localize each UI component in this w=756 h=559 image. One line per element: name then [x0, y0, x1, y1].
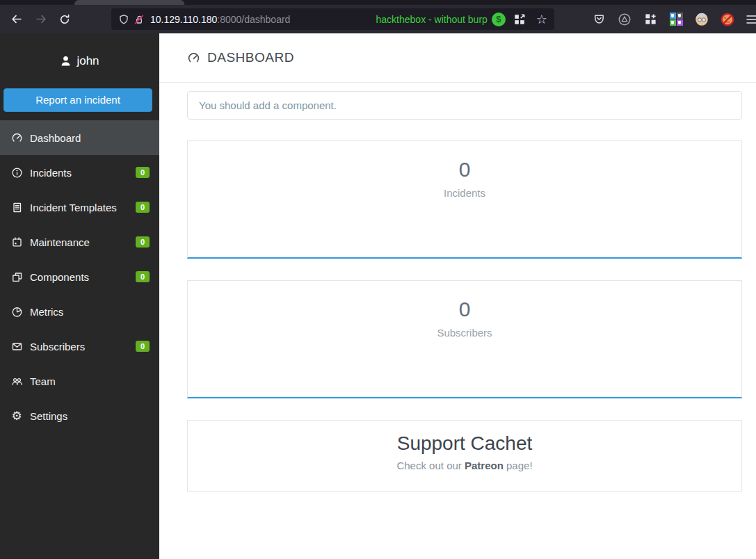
sidebar-item-label: Subscribers: [30, 341, 85, 353]
pocket-glyph-icon: [593, 13, 606, 26]
file-lines-icon: [10, 202, 24, 213]
incidents-stat-box: 0 Incidents: [187, 140, 742, 259]
subscribers-stat-label: Subscribers: [188, 327, 741, 339]
hamburger-icon: [746, 15, 756, 24]
count-badge: 0: [136, 236, 150, 248]
envelope-icon: [10, 341, 24, 353]
sidebar-item-incidents[interactable]: Incidents 0: [0, 155, 159, 190]
sidebar-item-label: Dashboard: [30, 132, 81, 144]
browser-toolbar: 10.129.110.180:8000/dashboard hackthebox…: [0, 5, 756, 33]
user-icon: [60, 55, 72, 67]
page-title: DASHBOARD: [207, 50, 294, 65]
page-actions-squares-icon[interactable]: [511, 11, 528, 28]
sidebar-item-label: Settings: [30, 410, 67, 422]
browser-tab[interactable]: [74, 0, 184, 5]
sidebar-item-label: Metrics: [30, 306, 63, 318]
pie-chart-icon: [10, 306, 24, 318]
sidebar-item-components[interactable]: Components 0: [0, 259, 159, 294]
sidebar-item-label: Incident Templates: [30, 202, 117, 213]
tachometer-icon: [10, 132, 24, 144]
add-component-alert: You should add a component.: [187, 91, 742, 120]
main-content: DASHBOARD You should add a component. 0 …: [159, 33, 756, 559]
sidebar-item-label: Components: [30, 271, 89, 283]
circle-triangle-icon: [618, 13, 632, 26]
foxyproxy-disabled-icon[interactable]: [719, 11, 736, 28]
count-badge: 0: [136, 271, 150, 282]
menu-button[interactable]: [743, 11, 756, 28]
forward-arrow-icon: [35, 13, 47, 25]
back-arrow-icon: [10, 13, 22, 25]
count-badge: 0: [136, 202, 150, 213]
sidebar-item-incident-templates[interactable]: Incident Templates 0: [0, 190, 159, 225]
page-header: DASHBOARD: [159, 33, 756, 83]
face-icon: [695, 13, 709, 26]
users-icon: [10, 375, 24, 387]
avatar-extension-icon[interactable]: [693, 11, 710, 28]
incidents-stat-label: Incidents: [188, 187, 741, 199]
forward-button[interactable]: [32, 10, 50, 29]
support-text-prefix: Check out our: [396, 460, 465, 471]
bookmark-star-icon[interactable]: ☆: [536, 13, 547, 26]
sidebar-item-maintenance[interactable]: Maintenance 0: [0, 225, 159, 259]
sidebar-item-settings[interactable]: ⚙ Settings: [0, 398, 159, 433]
patreon-link[interactable]: Patreon: [465, 460, 504, 471]
info-circle-icon: [10, 167, 24, 179]
url-host: 10.129.110.180: [150, 14, 217, 25]
count-badge: 0: [136, 167, 150, 178]
report-incident-button[interactable]: Report an incident: [3, 88, 152, 112]
back-button[interactable]: [7, 10, 25, 29]
support-title: Support Cachet: [188, 432, 741, 455]
sidebar-item-label: Team: [30, 375, 56, 387]
dashboard-content: You should add a component. 0 Incidents …: [159, 83, 756, 492]
extension-circle-icon[interactable]: [616, 11, 633, 28]
dollar-badge-icon[interactable]: $: [492, 13, 506, 26]
sidebar-item-metrics[interactable]: Metrics: [0, 294, 159, 329]
sidebar: john Report an incident Dashboard Incide…: [0, 33, 159, 559]
incidents-count: 0: [188, 158, 741, 181]
subscribers-count: 0: [188, 298, 741, 321]
no-fox-icon: [721, 13, 734, 26]
gear-icon: ⚙: [11, 410, 22, 422]
count-badge: 0: [136, 341, 150, 352]
sidebar-item-label: Maintenance: [30, 236, 90, 248]
support-cachet-box: Support Cachet Check out our Patreon pag…: [187, 420, 742, 492]
containers-extension-icon[interactable]: [668, 11, 684, 28]
url-bar[interactable]: 10.129.110.180:8000/dashboard hackthebox…: [111, 8, 554, 30]
reload-icon: [59, 14, 70, 25]
dashboard-tachometer-icon: [187, 51, 200, 65]
sidebar-item-label: Incidents: [30, 167, 72, 179]
url-path: :8000/dashboard: [217, 14, 290, 25]
support-text-suffix: page!: [504, 460, 533, 471]
sidebar-item-subscribers[interactable]: Subscribers 0: [0, 329, 159, 364]
subscribers-stat-box: 0 Subscribers: [187, 280, 742, 398]
url-text[interactable]: 10.129.110.180:8000/dashboard: [150, 14, 290, 25]
squares-arrow-icon: [513, 13, 526, 26]
proxy-profile-label: hackthebox - without burp: [376, 14, 488, 25]
support-subtitle: Check out our Patreon page!: [188, 460, 741, 471]
user-block[interactable]: john: [0, 33, 159, 88]
sidebar-item-dashboard[interactable]: Dashboard: [0, 120, 159, 155]
extensions-puzzle-icon[interactable]: [642, 11, 659, 28]
squares-plus-icon: [644, 13, 657, 26]
username: john: [77, 54, 99, 68]
pocket-icon[interactable]: [590, 11, 607, 28]
sidebar-menu: Dashboard Incidents 0 Incident Templates…: [0, 120, 159, 433]
calendar-icon: [10, 236, 24, 248]
tracking-protection-shield-icon[interactable]: [118, 14, 129, 25]
colored-shield-grid-icon: [670, 13, 683, 26]
copy-icon: [10, 271, 24, 283]
sidebar-item-team[interactable]: Team: [0, 364, 159, 398]
insecure-lock-icon[interactable]: [134, 14, 145, 25]
browser-tab-strip: [0, 0, 756, 5]
reload-button[interactable]: [56, 10, 74, 29]
